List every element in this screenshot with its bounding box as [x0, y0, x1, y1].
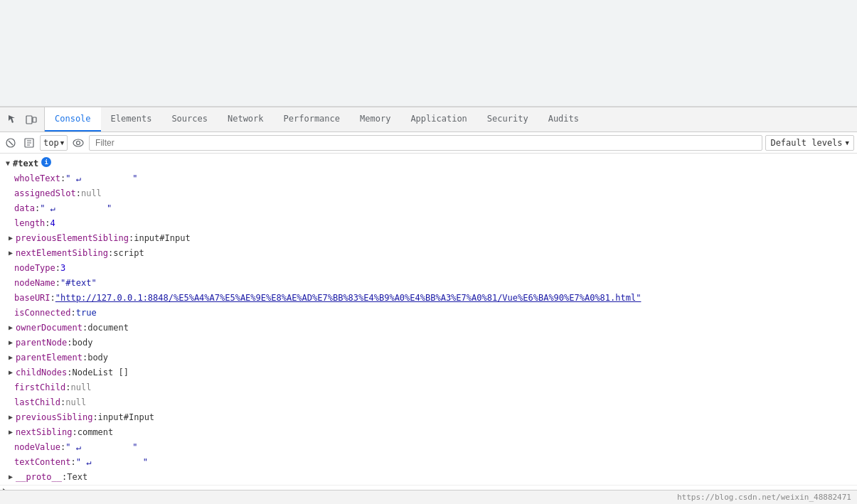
svg-rect-0 — [26, 116, 32, 124]
list-item: wholeText : " ↵ " — [0, 171, 857, 186]
list-item: firstChild : null — [0, 380, 857, 395]
tab-security[interactable]: Security — [477, 107, 538, 132]
list-item: ▶ parentElement : body — [0, 350, 857, 365]
expand-arrow[interactable]: ▶ — [6, 351, 16, 364]
inspect-element-icon[interactable] — [6, 112, 20, 127]
expand-arrow[interactable]: ▶ — [6, 321, 16, 334]
list-item: ▶ parentNode : body — [0, 336, 857, 350]
list-item: ▶ nextElementSibling : script — [0, 246, 857, 261]
expand-arrow[interactable]: ▶ — [6, 411, 16, 424]
list-item: textContent : " ↵ " — [0, 455, 857, 470]
list-item: isConnected : true — [0, 306, 857, 321]
list-item: ▼ #text i — [0, 156, 857, 171]
preserve-log-button[interactable] — [21, 135, 37, 151]
clear-console-button[interactable] — [3, 135, 18, 151]
list-item: length : 4 — [0, 216, 857, 231]
list-item: baseURI : "http://127.0.0.1:8848/%E5%A4%… — [0, 291, 857, 306]
tab-performance[interactable]: Performance — [274, 107, 350, 132]
expand-arrow[interactable]: ▶ — [6, 247, 16, 259]
svg-line-3 — [9, 141, 13, 145]
context-dropdown-arrow: ▼ — [60, 139, 64, 146]
expand-arrow[interactable]: ▶ — [6, 336, 16, 349]
expand-arrow[interactable]: ▶ — [6, 232, 16, 245]
filter-input[interactable] — [89, 135, 762, 151]
devtools-tabs-list: Console Elements Sources Network Perform… — [45, 107, 857, 132]
levels-dropdown-arrow: ▼ — [846, 139, 849, 146]
list-item: ▶ nextSibling : comment — [0, 425, 857, 440]
list-item: ▶ previousElementSibling : input#Input — [0, 231, 857, 246]
list-item: lastChild : null — [0, 395, 857, 410]
devtools-panel: Console Elements Sources Network Perform… — [0, 107, 857, 504]
list-item: assignedSlot : null — [0, 186, 857, 201]
svg-point-8 — [73, 139, 83, 146]
expand-arrow[interactable]: ▶ — [6, 366, 16, 379]
eye-button[interactable] — [70, 135, 86, 151]
tab-elements[interactable]: Elements — [101, 107, 162, 132]
console-toolbar: top ▼ Default levels ▼ — [0, 132, 857, 154]
list-item: nodeValue : " ↵ " — [0, 440, 857, 455]
info-icon[interactable]: i — [41, 157, 51, 167]
status-url: https://blog.csdn.net/weixin_48882471 — [677, 493, 851, 502]
devtools-icon-group — [0, 107, 45, 132]
status-bar: https://blog.csdn.net/weixin_48882471 — [0, 490, 857, 504]
list-item: ▶ previousSibling : input#Input — [0, 410, 857, 425]
devtools-tabs-bar: Console Elements Sources Network Perform… — [0, 107, 857, 132]
tab-memory[interactable]: Memory — [350, 107, 400, 132]
list-item: ▶ childNodes : NodeList [] — [0, 365, 857, 380]
list-item: ▶ ownerDocument : document — [0, 321, 857, 336]
tab-audits[interactable]: Audits — [538, 107, 589, 132]
console-content: ▼ #text i wholeText : " ↵ " assignedSlot… — [0, 154, 857, 490]
tab-sources[interactable]: Sources — [161, 107, 218, 132]
expand-arrow[interactable]: ▶ — [6, 426, 16, 439]
console-input-line — [0, 485, 857, 490]
list-item: nodeType : 3 — [0, 261, 857, 276]
expand-arrow[interactable]: ▼ — [3, 157, 13, 170]
tab-console[interactable]: Console — [45, 107, 101, 132]
svg-rect-1 — [33, 117, 36, 122]
tab-application[interactable]: Application — [400, 107, 477, 132]
log-levels-selector[interactable]: Default levels ▼ — [765, 135, 854, 151]
expand-arrow[interactable]: ▶ — [6, 471, 16, 483]
tab-network[interactable]: Network — [218, 107, 274, 132]
device-toolbar-icon[interactable] — [24, 112, 38, 127]
list-item: data : " ↵ " — [0, 201, 857, 216]
svg-point-9 — [77, 141, 80, 144]
list-item: ▶ __proto__ : Text — [0, 470, 857, 485]
list-item: nodeName : "#text" — [0, 276, 857, 291]
browser-top-area — [0, 0, 857, 107]
context-selector[interactable]: top ▼ — [40, 135, 68, 151]
